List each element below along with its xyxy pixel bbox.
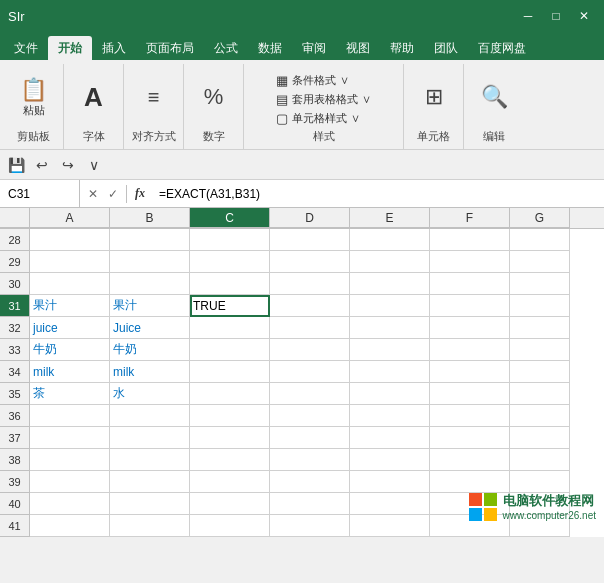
cell-d31[interactable]	[270, 295, 350, 317]
col-header-a[interactable]: A	[30, 208, 110, 228]
cell-style-button[interactable]: ▢ 单元格样式 ∨	[272, 110, 363, 127]
cell-e34[interactable]	[350, 361, 430, 383]
cell-e33[interactable]	[350, 339, 430, 361]
cell-e32[interactable]	[350, 317, 430, 339]
cell-c37[interactable]	[190, 427, 270, 449]
col-header-g[interactable]: G	[510, 208, 570, 228]
cell-c35[interactable]	[190, 383, 270, 405]
tab-review[interactable]: 审阅	[292, 36, 336, 60]
cell-b30[interactable]	[110, 273, 190, 295]
cell-e35[interactable]	[350, 383, 430, 405]
save-button[interactable]: 💾	[4, 153, 28, 177]
cells-button[interactable]: ⊞	[416, 70, 452, 126]
cell-e39[interactable]	[350, 471, 430, 493]
cell-g34[interactable]	[510, 361, 570, 383]
cell-a35[interactable]: 茶	[30, 383, 110, 405]
row-header-39[interactable]: 39	[0, 471, 30, 493]
cell-e31[interactable]	[350, 295, 430, 317]
cell-e38[interactable]	[350, 449, 430, 471]
cell-a39[interactable]	[30, 471, 110, 493]
cell-b29[interactable]	[110, 251, 190, 273]
row-header-33[interactable]: 33	[0, 339, 30, 361]
cell-b41[interactable]	[110, 515, 190, 537]
cell-c38[interactable]	[190, 449, 270, 471]
cell-c39[interactable]	[190, 471, 270, 493]
cell-b35[interactable]: 水	[110, 383, 190, 405]
row-header-31[interactable]: 31	[0, 295, 30, 317]
cell-a34[interactable]: milk	[30, 361, 110, 383]
cell-c31[interactable]: TRUE	[190, 295, 270, 317]
cell-g30[interactable]	[510, 273, 570, 295]
cell-g38[interactable]	[510, 449, 570, 471]
cell-a41[interactable]	[30, 515, 110, 537]
cell-a31[interactable]: 果汁	[30, 295, 110, 317]
cell-d28[interactable]	[270, 229, 350, 251]
cell-g37[interactable]	[510, 427, 570, 449]
formula-input[interactable]	[153, 180, 604, 207]
cell-g33[interactable]	[510, 339, 570, 361]
row-header-34[interactable]: 34	[0, 361, 30, 383]
cell-b34[interactable]: milk	[110, 361, 190, 383]
cell-f35[interactable]	[430, 383, 510, 405]
more-button[interactable]: ∨	[82, 153, 106, 177]
cell-b28[interactable]	[110, 229, 190, 251]
table-style-button[interactable]: ▤ 套用表格格式 ∨	[272, 91, 374, 108]
cell-a29[interactable]	[30, 251, 110, 273]
tab-pagelayout[interactable]: 页面布局	[136, 36, 204, 60]
cell-d29[interactable]	[270, 251, 350, 273]
cell-d36[interactable]	[270, 405, 350, 427]
cell-f31[interactable]	[430, 295, 510, 317]
cell-b33[interactable]: 牛奶	[110, 339, 190, 361]
row-header-28[interactable]: 28	[0, 229, 30, 251]
row-header-32[interactable]: 32	[0, 317, 30, 339]
cell-e41[interactable]	[350, 515, 430, 537]
cell-b38[interactable]	[110, 449, 190, 471]
col-header-c[interactable]: C	[190, 208, 270, 228]
cell-a38[interactable]	[30, 449, 110, 471]
cell-a32[interactable]: juice	[30, 317, 110, 339]
cell-e29[interactable]	[350, 251, 430, 273]
cell-d34[interactable]	[270, 361, 350, 383]
col-header-b[interactable]: B	[110, 208, 190, 228]
cell-b37[interactable]	[110, 427, 190, 449]
undo-button[interactable]: ↩	[30, 153, 54, 177]
cell-a36[interactable]	[30, 405, 110, 427]
cell-d33[interactable]	[270, 339, 350, 361]
cell-d39[interactable]	[270, 471, 350, 493]
cell-a28[interactable]	[30, 229, 110, 251]
number-button[interactable]: %	[196, 70, 232, 126]
cell-c28[interactable]	[190, 229, 270, 251]
cell-g31[interactable]	[510, 295, 570, 317]
tab-baidu[interactable]: 百度网盘	[468, 36, 536, 60]
cell-a37[interactable]	[30, 427, 110, 449]
cell-a30[interactable]	[30, 273, 110, 295]
cell-c36[interactable]	[190, 405, 270, 427]
cell-f37[interactable]	[430, 427, 510, 449]
cell-c33[interactable]	[190, 339, 270, 361]
col-header-d[interactable]: D	[270, 208, 350, 228]
minimize-button[interactable]: ─	[516, 6, 540, 26]
cell-d41[interactable]	[270, 515, 350, 537]
cell-e30[interactable]	[350, 273, 430, 295]
cell-b39[interactable]	[110, 471, 190, 493]
cell-a33[interactable]: 牛奶	[30, 339, 110, 361]
cell-g39[interactable]	[510, 471, 570, 493]
cell-f34[interactable]	[430, 361, 510, 383]
cell-b40[interactable]	[110, 493, 190, 515]
name-box[interactable]	[0, 180, 80, 207]
row-header-37[interactable]: 37	[0, 427, 30, 449]
cell-c32[interactable]	[190, 317, 270, 339]
paste-button[interactable]: 📋 粘贴	[16, 70, 52, 126]
font-button[interactable]: A	[76, 70, 112, 126]
cell-d30[interactable]	[270, 273, 350, 295]
cell-g29[interactable]	[510, 251, 570, 273]
cell-g36[interactable]	[510, 405, 570, 427]
maximize-button[interactable]: □	[544, 6, 568, 26]
tab-insert[interactable]: 插入	[92, 36, 136, 60]
row-header-40[interactable]: 40	[0, 493, 30, 515]
cell-c30[interactable]	[190, 273, 270, 295]
tab-help[interactable]: 帮助	[380, 36, 424, 60]
cell-e36[interactable]	[350, 405, 430, 427]
cell-d37[interactable]	[270, 427, 350, 449]
cell-c41[interactable]	[190, 515, 270, 537]
